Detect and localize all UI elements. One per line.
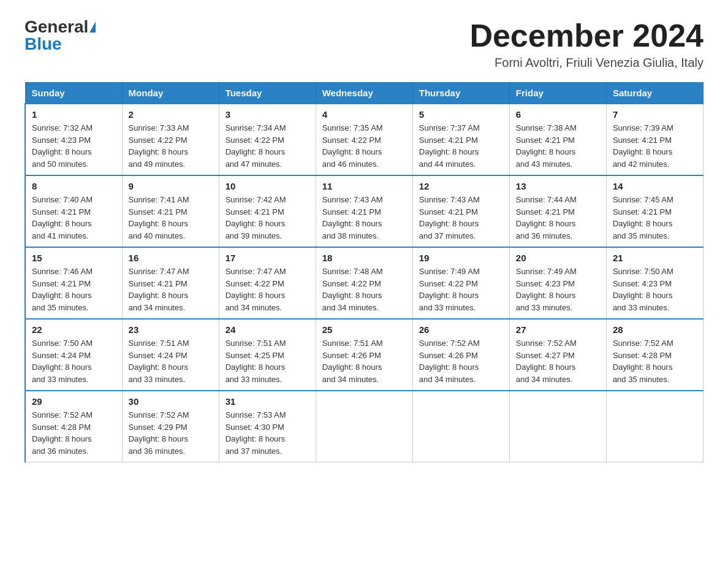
- day-number: 3: [226, 109, 309, 120]
- day-info: Sunrise: 7:43 AM Sunset: 4:21 PM Dayligh…: [419, 194, 503, 242]
- calendar-day-cell: 26 Sunrise: 7:52 AM Sunset: 4:26 PM Dayl…: [412, 319, 509, 391]
- weekday-header-thursday: Thursday: [412, 83, 509, 104]
- calendar-day-cell: 21 Sunrise: 7:50 AM Sunset: 4:23 PM Dayl…: [606, 247, 703, 319]
- day-number: 19: [419, 253, 503, 263]
- calendar-day-cell: 6 Sunrise: 7:38 AM Sunset: 4:21 PM Dayli…: [509, 104, 606, 175]
- day-info: Sunrise: 7:52 AM Sunset: 4:28 PM Dayligh…: [32, 409, 116, 457]
- day-info: Sunrise: 7:52 AM Sunset: 4:26 PM Dayligh…: [419, 337, 503, 385]
- day-info: Sunrise: 7:32 AM Sunset: 4:23 PM Dayligh…: [32, 122, 116, 170]
- calendar-day-cell: 23 Sunrise: 7:51 AM Sunset: 4:24 PM Dayl…: [122, 319, 219, 391]
- day-info: Sunrise: 7:43 AM Sunset: 4:21 PM Dayligh…: [322, 194, 406, 242]
- day-info: Sunrise: 7:45 AM Sunset: 4:21 PM Dayligh…: [613, 194, 697, 242]
- logo-general-text: General: [25, 18, 88, 36]
- day-info: Sunrise: 7:39 AM Sunset: 4:21 PM Dayligh…: [613, 122, 697, 170]
- calendar-day-cell: [412, 391, 509, 462]
- weekday-header-saturday: Saturday: [606, 83, 703, 104]
- day-info: Sunrise: 7:42 AM Sunset: 4:21 PM Dayligh…: [226, 194, 309, 242]
- day-number: 31: [226, 396, 309, 407]
- day-number: 27: [516, 324, 600, 335]
- day-number: 11: [322, 181, 406, 191]
- logo-blue-text: Blue: [25, 36, 62, 53]
- calendar-day-cell: 25 Sunrise: 7:51 AM Sunset: 4:26 PM Dayl…: [316, 319, 412, 391]
- day-number: 21: [613, 253, 697, 263]
- day-info: Sunrise: 7:33 AM Sunset: 4:22 PM Dayligh…: [129, 122, 213, 170]
- calendar-day-cell: [509, 391, 606, 462]
- day-number: 13: [516, 181, 600, 191]
- page-header: General Blue December 2024 Forni Avoltri…: [25, 18, 703, 70]
- calendar-day-cell: 10 Sunrise: 7:42 AM Sunset: 4:21 PM Dayl…: [219, 175, 316, 247]
- weekday-header-monday: Monday: [122, 83, 219, 104]
- day-info: Sunrise: 7:50 AM Sunset: 4:24 PM Dayligh…: [32, 337, 116, 385]
- day-info: Sunrise: 7:47 AM Sunset: 4:22 PM Dayligh…: [226, 266, 309, 313]
- day-info: Sunrise: 7:52 AM Sunset: 4:29 PM Dayligh…: [129, 409, 213, 457]
- day-info: Sunrise: 7:35 AM Sunset: 4:22 PM Dayligh…: [322, 122, 406, 170]
- calendar-day-cell: 7 Sunrise: 7:39 AM Sunset: 4:21 PM Dayli…: [606, 104, 703, 175]
- day-info: Sunrise: 7:34 AM Sunset: 4:22 PM Dayligh…: [226, 122, 309, 170]
- calendar-day-cell: [316, 391, 412, 462]
- day-info: Sunrise: 7:53 AM Sunset: 4:30 PM Dayligh…: [226, 409, 309, 457]
- day-number: 28: [613, 324, 697, 335]
- day-info: Sunrise: 7:51 AM Sunset: 4:26 PM Dayligh…: [322, 337, 406, 385]
- day-info: Sunrise: 7:50 AM Sunset: 4:23 PM Dayligh…: [613, 266, 697, 313]
- day-number: 14: [613, 181, 697, 191]
- day-info: Sunrise: 7:52 AM Sunset: 4:28 PM Dayligh…: [613, 337, 697, 385]
- calendar-day-cell: 30 Sunrise: 7:52 AM Sunset: 4:29 PM Dayl…: [122, 391, 219, 462]
- calendar-day-cell: 19 Sunrise: 7:49 AM Sunset: 4:22 PM Dayl…: [412, 247, 509, 319]
- day-info: Sunrise: 7:49 AM Sunset: 4:22 PM Dayligh…: [419, 266, 503, 313]
- day-info: Sunrise: 7:38 AM Sunset: 4:21 PM Dayligh…: [516, 122, 600, 170]
- calendar-day-cell: 3 Sunrise: 7:34 AM Sunset: 4:22 PM Dayli…: [219, 104, 316, 175]
- day-info: Sunrise: 7:37 AM Sunset: 4:21 PM Dayligh…: [419, 122, 503, 170]
- day-number: 26: [419, 324, 503, 335]
- day-number: 8: [32, 181, 116, 191]
- day-number: 16: [129, 253, 213, 263]
- day-number: 6: [516, 109, 600, 120]
- calendar-day-cell: 16 Sunrise: 7:47 AM Sunset: 4:21 PM Dayl…: [122, 247, 219, 319]
- logo-triangle-icon: [89, 21, 96, 33]
- calendar-day-cell: 2 Sunrise: 7:33 AM Sunset: 4:22 PM Dayli…: [122, 104, 219, 175]
- logo: General Blue: [25, 18, 96, 53]
- day-info: Sunrise: 7:41 AM Sunset: 4:21 PM Dayligh…: [129, 194, 213, 242]
- day-number: 18: [322, 253, 406, 263]
- calendar-week-row: 8 Sunrise: 7:40 AM Sunset: 4:21 PM Dayli…: [25, 175, 703, 247]
- calendar-day-cell: 31 Sunrise: 7:53 AM Sunset: 4:30 PM Dayl…: [219, 391, 316, 462]
- day-number: 24: [226, 324, 309, 335]
- calendar-day-cell: 14 Sunrise: 7:45 AM Sunset: 4:21 PM Dayl…: [606, 175, 703, 247]
- title-area: December 2024 Forni Avoltri, Friuli Vene…: [469, 18, 703, 70]
- location-text: Forni Avoltri, Friuli Venezia Giulia, It…: [469, 56, 703, 70]
- calendar-day-cell: 5 Sunrise: 7:37 AM Sunset: 4:21 PM Dayli…: [412, 104, 509, 175]
- day-info: Sunrise: 7:49 AM Sunset: 4:23 PM Dayligh…: [516, 266, 600, 313]
- day-info: Sunrise: 7:52 AM Sunset: 4:27 PM Dayligh…: [516, 337, 600, 385]
- weekday-header-sunday: Sunday: [25, 83, 122, 104]
- calendar-day-cell: 18 Sunrise: 7:48 AM Sunset: 4:22 PM Dayl…: [316, 247, 412, 319]
- day-info: Sunrise: 7:51 AM Sunset: 4:24 PM Dayligh…: [129, 337, 213, 385]
- calendar-day-cell: 8 Sunrise: 7:40 AM Sunset: 4:21 PM Dayli…: [25, 175, 122, 247]
- weekday-header-row: SundayMondayTuesdayWednesdayThursdayFrid…: [25, 83, 703, 104]
- calendar-table: SundayMondayTuesdayWednesdayThursdayFrid…: [25, 82, 703, 462]
- day-number: 22: [32, 324, 116, 335]
- calendar-week-row: 29 Sunrise: 7:52 AM Sunset: 4:28 PM Dayl…: [25, 391, 703, 462]
- day-number: 1: [32, 109, 116, 120]
- day-number: 7: [613, 109, 697, 120]
- weekday-header-tuesday: Tuesday: [219, 83, 316, 104]
- calendar-day-cell: 15 Sunrise: 7:46 AM Sunset: 4:21 PM Dayl…: [25, 247, 122, 319]
- calendar-day-cell: 4 Sunrise: 7:35 AM Sunset: 4:22 PM Dayli…: [316, 104, 412, 175]
- calendar-day-cell: 22 Sunrise: 7:50 AM Sunset: 4:24 PM Dayl…: [25, 319, 122, 391]
- calendar-day-cell: 29 Sunrise: 7:52 AM Sunset: 4:28 PM Dayl…: [25, 391, 122, 462]
- calendar-day-cell: 9 Sunrise: 7:41 AM Sunset: 4:21 PM Dayli…: [122, 175, 219, 247]
- calendar-day-cell: 24 Sunrise: 7:51 AM Sunset: 4:25 PM Dayl…: [219, 319, 316, 391]
- calendar-day-cell: 12 Sunrise: 7:43 AM Sunset: 4:21 PM Dayl…: [412, 175, 509, 247]
- calendar-week-row: 22 Sunrise: 7:50 AM Sunset: 4:24 PM Dayl…: [25, 319, 703, 391]
- day-number: 10: [226, 181, 309, 191]
- day-number: 30: [129, 396, 213, 407]
- day-number: 4: [322, 109, 406, 120]
- calendar-day-cell: 1 Sunrise: 7:32 AM Sunset: 4:23 PM Dayli…: [25, 104, 122, 175]
- day-info: Sunrise: 7:44 AM Sunset: 4:21 PM Dayligh…: [516, 194, 600, 242]
- day-info: Sunrise: 7:47 AM Sunset: 4:21 PM Dayligh…: [129, 266, 213, 313]
- calendar-day-cell: 17 Sunrise: 7:47 AM Sunset: 4:22 PM Dayl…: [219, 247, 316, 319]
- day-number: 29: [32, 396, 116, 407]
- day-number: 17: [226, 253, 309, 263]
- calendar-week-row: 15 Sunrise: 7:46 AM Sunset: 4:21 PM Dayl…: [25, 247, 703, 319]
- day-number: 5: [419, 109, 503, 120]
- day-info: Sunrise: 7:51 AM Sunset: 4:25 PM Dayligh…: [226, 337, 309, 385]
- calendar-day-cell: 20 Sunrise: 7:49 AM Sunset: 4:23 PM Dayl…: [509, 247, 606, 319]
